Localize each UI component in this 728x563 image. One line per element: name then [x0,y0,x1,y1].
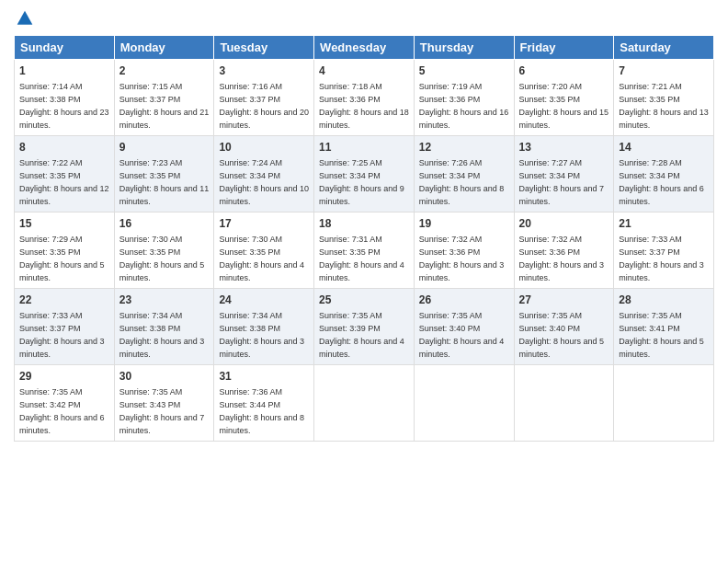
calendar-header-tuesday: Tuesday [214,36,314,60]
day-info: Sunrise: 7:35 AMSunset: 3:43 PMDaylight:… [119,387,205,435]
header [14,9,714,28]
calendar-cell: 22 Sunrise: 7:33 AMSunset: 3:37 PMDaylig… [15,288,115,364]
day-info: Sunrise: 7:35 AMSunset: 3:41 PMDaylight:… [619,311,704,359]
day-info: Sunrise: 7:22 AMSunset: 3:35 PMDaylight:… [19,158,109,206]
day-number: 31 [219,369,309,385]
day-info: Sunrise: 7:18 AMSunset: 3:36 PMDaylight:… [319,82,409,130]
day-info: Sunrise: 7:15 AMSunset: 3:37 PMDaylight:… [119,82,210,130]
day-info: Sunrise: 7:20 AMSunset: 3:35 PMDaylight:… [519,82,609,130]
day-info: Sunrise: 7:30 AMSunset: 3:35 PMDaylight:… [219,235,304,282]
calendar-cell: 18 Sunrise: 7:31 AMSunset: 3:35 PMDaylig… [314,212,415,288]
page: SundayMondayTuesdayWednesdayThursdayFrid… [0,0,728,563]
calendar-cell [414,364,514,441]
day-number: 25 [319,293,409,308]
calendar-header-thursday: Thursday [414,36,514,60]
calendar-cell: 31 Sunrise: 7:36 AMSunset: 3:44 PMDaylig… [214,364,314,441]
calendar-cell: 16 Sunrise: 7:30 AMSunset: 3:35 PMDaylig… [114,212,214,288]
calendar-cell: 20 Sunrise: 7:32 AMSunset: 3:36 PMDaylig… [514,212,614,288]
calendar-cell: 13 Sunrise: 7:27 AMSunset: 3:34 PMDaylig… [514,135,614,212]
day-number: 15 [19,216,109,232]
calendar-week-row: 1 Sunrise: 7:14 AMSunset: 3:38 PMDayligh… [15,60,714,136]
calendar-cell: 6 Sunrise: 7:20 AMSunset: 3:35 PMDayligh… [514,60,614,136]
day-info: Sunrise: 7:35 AMSunset: 3:42 PMDaylight:… [19,387,105,435]
day-info: Sunrise: 7:21 AMSunset: 3:35 PMDaylight:… [619,82,709,130]
day-info: Sunrise: 7:35 AMSunset: 3:40 PMDaylight:… [419,311,505,359]
calendar-cell: 25 Sunrise: 7:35 AMSunset: 3:39 PMDaylig… [314,288,415,364]
day-number: 26 [419,293,509,308]
calendar-week-row: 22 Sunrise: 7:33 AMSunset: 3:37 PMDaylig… [15,288,714,364]
calendar-cell: 21 Sunrise: 7:33 AMSunset: 3:37 PMDaylig… [614,212,714,288]
calendar-cell: 15 Sunrise: 7:29 AMSunset: 3:35 PMDaylig… [15,212,115,288]
day-number: 2 [119,63,210,79]
day-number: 21 [619,216,709,232]
day-number: 5 [419,63,509,79]
day-info: Sunrise: 7:31 AMSunset: 3:35 PMDaylight:… [319,235,404,282]
calendar-cell: 12 Sunrise: 7:26 AMSunset: 3:34 PMDaylig… [414,135,514,212]
calendar-cell: 11 Sunrise: 7:25 AMSunset: 3:34 PMDaylig… [314,135,415,212]
day-info: Sunrise: 7:33 AMSunset: 3:37 PMDaylight:… [619,235,704,282]
day-number: 27 [519,293,609,308]
day-number: 29 [19,369,109,385]
calendar-cell: 24 Sunrise: 7:34 AMSunset: 3:38 PMDaylig… [214,288,314,364]
calendar-header-sunday: Sunday [15,36,115,60]
day-info: Sunrise: 7:26 AMSunset: 3:34 PMDaylight:… [419,158,505,206]
day-info: Sunrise: 7:34 AMSunset: 3:38 PMDaylight:… [119,311,205,359]
day-number: 10 [219,140,309,155]
svg-marker-0 [17,11,33,25]
day-info: Sunrise: 7:36 AMSunset: 3:44 PMDaylight:… [219,387,304,435]
calendar-header-saturday: Saturday [614,36,714,60]
calendar-header-row: SundayMondayTuesdayWednesdayThursdayFrid… [15,36,714,60]
day-info: Sunrise: 7:14 AMSunset: 3:38 PMDaylight:… [19,82,109,130]
day-info: Sunrise: 7:19 AMSunset: 3:36 PMDaylight:… [419,82,509,130]
day-number: 9 [119,140,210,155]
calendar-cell: 10 Sunrise: 7:24 AMSunset: 3:34 PMDaylig… [214,135,314,212]
calendar-cell: 17 Sunrise: 7:30 AMSunset: 3:35 PMDaylig… [214,212,314,288]
calendar-table: SundayMondayTuesdayWednesdayThursdayFrid… [14,35,714,442]
day-number: 13 [519,140,609,155]
day-number: 19 [419,216,509,232]
day-number: 4 [319,63,409,79]
calendar-cell: 8 Sunrise: 7:22 AMSunset: 3:35 PMDayligh… [15,135,115,212]
day-number: 24 [219,293,309,308]
day-info: Sunrise: 7:32 AMSunset: 3:36 PMDaylight:… [519,235,605,282]
calendar-cell: 26 Sunrise: 7:35 AMSunset: 3:40 PMDaylig… [414,288,514,364]
day-number: 23 [119,293,210,308]
day-info: Sunrise: 7:35 AMSunset: 3:40 PMDaylight:… [519,311,605,359]
calendar-cell: 9 Sunrise: 7:23 AMSunset: 3:35 PMDayligh… [114,135,214,212]
day-number: 20 [519,216,609,232]
calendar-cell: 14 Sunrise: 7:28 AMSunset: 3:34 PMDaylig… [614,135,714,212]
calendar-cell: 28 Sunrise: 7:35 AMSunset: 3:41 PMDaylig… [614,288,714,364]
day-info: Sunrise: 7:30 AMSunset: 3:35 PMDaylight:… [119,235,205,282]
calendar-cell: 3 Sunrise: 7:16 AMSunset: 3:37 PMDayligh… [214,60,314,136]
day-number: 12 [419,140,509,155]
calendar-cell: 4 Sunrise: 7:18 AMSunset: 3:36 PMDayligh… [314,60,415,136]
day-info: Sunrise: 7:24 AMSunset: 3:34 PMDaylight:… [219,158,309,206]
day-info: Sunrise: 7:28 AMSunset: 3:34 PMDaylight:… [619,158,704,206]
calendar-header-monday: Monday [114,36,214,60]
day-number: 17 [219,216,309,232]
day-number: 6 [519,63,609,79]
calendar-header-friday: Friday [514,36,614,60]
calendar-cell: 2 Sunrise: 7:15 AMSunset: 3:37 PMDayligh… [114,60,214,136]
day-number: 8 [19,140,109,155]
calendar-cell: 5 Sunrise: 7:19 AMSunset: 3:36 PMDayligh… [414,60,514,136]
calendar-cell: 1 Sunrise: 7:14 AMSunset: 3:38 PMDayligh… [15,60,115,136]
logo [14,9,34,28]
day-number: 7 [619,63,709,79]
calendar-cell: 27 Sunrise: 7:35 AMSunset: 3:40 PMDaylig… [514,288,614,364]
calendar-cell [514,364,614,441]
day-number: 30 [119,369,210,385]
day-info: Sunrise: 7:29 AMSunset: 3:35 PMDaylight:… [19,235,105,282]
day-info: Sunrise: 7:16 AMSunset: 3:37 PMDaylight:… [219,82,309,130]
day-info: Sunrise: 7:35 AMSunset: 3:39 PMDaylight:… [319,311,404,359]
day-number: 3 [219,63,309,79]
day-number: 14 [619,140,709,155]
day-info: Sunrise: 7:32 AMSunset: 3:36 PMDaylight:… [419,235,505,282]
day-info: Sunrise: 7:27 AMSunset: 3:34 PMDaylight:… [519,158,605,206]
day-number: 18 [319,216,409,232]
calendar-week-row: 15 Sunrise: 7:29 AMSunset: 3:35 PMDaylig… [15,212,714,288]
day-info: Sunrise: 7:33 AMSunset: 3:37 PMDaylight:… [19,311,105,359]
calendar-cell: 19 Sunrise: 7:32 AMSunset: 3:36 PMDaylig… [414,212,514,288]
day-number: 11 [319,140,409,155]
calendar-cell: 23 Sunrise: 7:34 AMSunset: 3:38 PMDaylig… [114,288,214,364]
